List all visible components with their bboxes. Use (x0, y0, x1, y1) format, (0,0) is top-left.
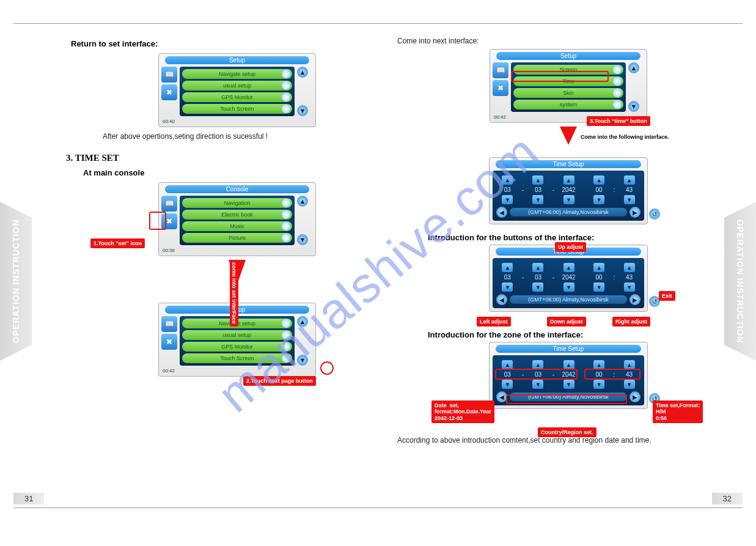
book-icon[interactable]: 📖 (161, 67, 177, 83)
up-arrow-icon[interactable]: ▲ (593, 175, 604, 185)
up-arrow-icon[interactable]: ▲ (532, 175, 543, 185)
spin-value: 00 (588, 369, 611, 380)
arrow-label-2: Come into the following interface. (581, 134, 669, 140)
up-arrow-icon[interactable]: ▲ (563, 263, 574, 272)
tz-left-icon[interactable]: ◀ (496, 207, 507, 218)
up-arrow-icon[interactable]: ▲ (624, 263, 635, 272)
tz-bar[interactable]: (GMT+06:00) Almaty,Novosibirsk (510, 393, 627, 401)
down-arrow-icon[interactable]: ▼ (563, 380, 574, 389)
menu-row[interactable]: usual setup (182, 330, 292, 340)
time-panel-2: Time Setup ▲03▼ - ▲03▼ - ▲2042▼ ▲00▼ : ▲… (489, 245, 648, 312)
tz-bar[interactable]: (GMT+06:00) Almaty,Novosibirsk (510, 208, 627, 216)
down-arrow-icon[interactable]: ▼ (593, 380, 604, 389)
menu-row[interactable]: GPS Monitor (182, 92, 292, 102)
closing-text: According to above introduction comtent,… (397, 436, 739, 445)
menu-row[interactable]: usual setup (182, 81, 292, 90)
menu-row[interactable]: Screen (513, 65, 623, 75)
up-arrow-icon[interactable]: ▲ (624, 175, 635, 185)
spin-value: 43 (618, 185, 640, 195)
up-arrow-icon[interactable]: ▲ (563, 175, 574, 185)
down-arrow-icon[interactable]: ▼ (532, 380, 543, 389)
tz-left-icon[interactable]: ◀ (496, 294, 507, 305)
up-arrow-icon[interactable]: ▲ (624, 360, 635, 369)
tz-left-icon[interactable]: ◀ (496, 391, 507, 402)
device-setup-1: Setup 📖 ✖ Navigate setup usual setup GPS… (158, 53, 316, 127)
down-arrow-icon[interactable]: ▼ (532, 282, 543, 292)
row-icon (613, 100, 622, 109)
tools-icon[interactable]: ✖ (161, 334, 177, 350)
scroll-down-icon[interactable]: ▼ (628, 101, 639, 112)
menu-row[interactable]: Skin (513, 88, 623, 98)
tools-icon[interactable]: ✖ (161, 213, 177, 229)
up-arrow-icon[interactable]: ▲ (532, 360, 543, 369)
row-icon (282, 210, 290, 219)
menu-row[interactable]: system (513, 100, 623, 109)
down-arrow-icon[interactable]: ▼ (593, 195, 604, 204)
row-icon (613, 65, 622, 74)
scroll-down-icon[interactable]: ▼ (297, 355, 308, 366)
menu-row[interactable]: Touch Screen (182, 104, 292, 114)
down-arrow-icon[interactable]: ▼ (624, 282, 635, 292)
down-arrow-icon[interactable]: ▼ (624, 195, 635, 204)
menu-row[interactable]: Touch Screen (182, 353, 292, 363)
time-panel-1: Time Setup ▲03▼ - ▲03▼ - ▲2042▼ ▲00▼ : ▲… (489, 157, 648, 224)
up-arrow-icon[interactable]: ▲ (532, 263, 543, 272)
row-icon (282, 331, 290, 339)
time-panel-title: Time Setup (496, 160, 641, 168)
menu-row[interactable]: Picture (182, 233, 292, 243)
section-heading: 3. TIME SET (66, 153, 408, 163)
side-tab-label: OPERATION INSTRUCTION (11, 220, 21, 344)
down-arrow-icon[interactable]: ▼ (502, 380, 513, 389)
down-arrow-icon[interactable]: ▼ (563, 282, 574, 292)
menu-row[interactable]: Music (182, 221, 292, 231)
scroll-up-icon[interactable]: ▲ (297, 196, 308, 207)
come-into-text: Come into next interface: (397, 37, 739, 45)
up-arrow-icon[interactable]: ▲ (563, 360, 574, 369)
sep: : (613, 371, 615, 378)
down-arrow-icon[interactable]: ▼ (532, 195, 543, 204)
scroll-up-icon[interactable]: ▲ (297, 67, 308, 78)
sep: - (552, 371, 554, 378)
side-tab-left: OPERATION INSTRUCTION (0, 202, 32, 361)
menu-row[interactable]: GPS Monitor (182, 342, 292, 352)
right-column: Come into next interface: Setup 📖 ✖ Scre… (397, 37, 739, 453)
down-arrow-icon[interactable]: ▼ (593, 282, 604, 292)
device-console: Console 📖 ✖ Navigation Electric book Mus… (158, 182, 316, 256)
menu-row[interactable]: Navigate setup (182, 69, 292, 79)
spin-value: 00 (588, 185, 611, 195)
down-arrow-icon[interactable]: ▼ (624, 380, 635, 389)
book-icon[interactable]: 📖 (161, 316, 177, 332)
book-icon[interactable]: 📖 (161, 196, 177, 212)
down-arrow-icon[interactable]: ▼ (502, 282, 513, 292)
up-arrow-icon[interactable]: ▲ (593, 263, 604, 272)
scroll-up-icon[interactable]: ▲ (628, 62, 639, 73)
tools-icon[interactable]: ✖ (493, 80, 508, 96)
down-arrow-icon[interactable]: ▼ (563, 195, 574, 204)
menu-row[interactable]: Navigation (182, 198, 292, 208)
label-left-adjust: Left adjust (477, 317, 511, 326)
row-icon (282, 70, 290, 78)
arrow-down-icon (560, 127, 577, 145)
tools-icon[interactable]: ✖ (161, 84, 177, 100)
up-arrow-icon[interactable]: ▲ (502, 360, 513, 369)
scroll-down-icon[interactable]: ▼ (297, 105, 308, 116)
spin-value: 03 (527, 369, 549, 380)
tz-bar[interactable]: (GMT+06:00) Almaty,Novosibirsk (510, 295, 627, 304)
row-icon (282, 342, 290, 351)
row-icon (282, 199, 290, 207)
spin-value: 03 (496, 185, 519, 195)
down-arrow-icon[interactable]: ▼ (502, 195, 513, 204)
menu-row[interactable]: Electric book (182, 210, 292, 220)
tz-right-icon[interactable]: ▶ (629, 207, 640, 218)
tz-right-icon[interactable]: ▶ (629, 391, 640, 402)
scroll-up-icon[interactable]: ▲ (297, 316, 308, 327)
up-arrow-icon[interactable]: ▲ (502, 263, 513, 272)
scroll-down-icon[interactable]: ▼ (297, 234, 308, 245)
book-icon[interactable]: 📖 (493, 62, 508, 78)
menu-row[interactable]: Time (513, 76, 623, 86)
up-arrow-icon[interactable]: ▲ (502, 175, 513, 185)
up-arrow-icon[interactable]: ▲ (593, 360, 604, 369)
row-icon (282, 234, 290, 242)
tz-right-icon[interactable]: ▶ (629, 294, 640, 305)
exit-icon[interactable]: ↺ (649, 208, 660, 220)
